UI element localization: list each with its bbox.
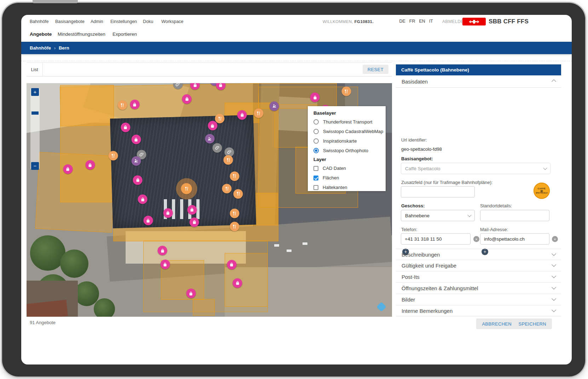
basisangebot-select[interactable]: Caffè Spettacolo bbox=[401, 163, 550, 174]
zoom-slider-handle[interactable] bbox=[31, 111, 39, 115]
accordion-interne-bemerkungen[interactable]: Interne Bemerkungen bbox=[396, 305, 561, 316]
chevron-down-icon bbox=[552, 285, 556, 289]
lang-de[interactable]: DE bbox=[399, 19, 405, 24]
map-marker-shop[interactable] bbox=[208, 121, 217, 131]
map-marker-shop[interactable] bbox=[227, 260, 236, 269]
map-marker-shop[interactable] bbox=[182, 94, 192, 104]
lang-en[interactable]: EN bbox=[419, 19, 425, 24]
map-marker-shop[interactable] bbox=[186, 289, 196, 298]
map-canvas[interactable]: + − Baselayer Thunderforest Transport Sw… bbox=[27, 83, 392, 317]
map-marker-shop[interactable] bbox=[121, 122, 130, 132]
map-marker-shop[interactable] bbox=[163, 208, 173, 218]
map-marker-shop[interactable] bbox=[133, 175, 143, 185]
checkbox-icon[interactable] bbox=[313, 166, 318, 171]
map-marker-shop[interactable] bbox=[237, 110, 247, 120]
zoom-slider-track[interactable] bbox=[30, 89, 40, 169]
geschoss-select[interactable]: Bahnebene bbox=[401, 210, 475, 221]
map-marker-restaurant[interactable] bbox=[117, 101, 127, 110]
map-marker-attachment[interactable] bbox=[173, 83, 183, 89]
list-tab[interactable]: List bbox=[27, 63, 43, 76]
zoom-out-button[interactable]: − bbox=[31, 162, 39, 170]
map-marker-service[interactable] bbox=[131, 156, 141, 166]
map-marker-shop[interactable] bbox=[160, 260, 170, 269]
map-marker-shop[interactable] bbox=[190, 83, 200, 90]
map-marker-restaurant[interactable] bbox=[215, 114, 225, 124]
map-marker-shop[interactable] bbox=[321, 105, 330, 115]
layer-option-haltekanten[interactable]: Haltekanten bbox=[313, 183, 386, 192]
tab-mindestoeffnungszeiten[interactable]: Mindestöffnungszeiten bbox=[58, 31, 105, 37]
device-frame-tab bbox=[33, 0, 78, 3]
map-marker-service[interactable] bbox=[205, 134, 214, 144]
map-marker-restaurant[interactable] bbox=[230, 209, 239, 218]
map-marker-restaurant[interactable] bbox=[341, 87, 351, 96]
map-marker-shop[interactable] bbox=[158, 246, 167, 255]
nav-item-doku[interactable]: Doku bbox=[143, 19, 153, 24]
accordion-bilder[interactable]: Bilder bbox=[396, 294, 561, 305]
sbb-logo-text: SBB CFF FFS bbox=[489, 18, 529, 25]
map-marker-restaurant[interactable] bbox=[230, 222, 239, 231]
layer-option-flaechen[interactable]: Flächen bbox=[313, 173, 386, 183]
save-button[interactable]: SPEICHERN bbox=[513, 318, 552, 329]
cancel-button[interactable]: ABBRECHEN bbox=[476, 318, 517, 329]
map-marker-attachment[interactable] bbox=[213, 143, 222, 153]
zoom-in-button[interactable]: + bbox=[31, 88, 39, 96]
nav-item-workspace[interactable]: Workspace bbox=[161, 19, 183, 24]
radio-icon[interactable] bbox=[313, 138, 319, 144]
map-marker-shop[interactable] bbox=[233, 278, 242, 288]
baselayer-option-inspirationskarte[interactable]: Inspirationskarte bbox=[313, 136, 386, 146]
zusatzfeld-input[interactable] bbox=[401, 186, 475, 197]
lang-it[interactable]: IT bbox=[429, 19, 433, 24]
standortdetails-input[interactable] bbox=[480, 210, 549, 221]
accordion-gueltigkeit[interactable]: Gültigkeit und Freigabe bbox=[396, 260, 561, 271]
nav-item-admin[interactable]: Admin bbox=[91, 19, 103, 24]
map-marker-service[interactable] bbox=[270, 101, 279, 111]
accordion-oeffnungszeiten[interactable]: Öffnungszeiten & Zahlungsmittel bbox=[396, 283, 561, 294]
map-marker-restaurant[interactable] bbox=[230, 171, 239, 181]
breadcrumb-root[interactable]: Bahnhöfe bbox=[30, 45, 51, 51]
nav-item-einstellungen[interactable]: Einstellungen bbox=[110, 19, 137, 24]
map-marker-shop[interactable] bbox=[190, 217, 199, 227]
tab-exportieren[interactable]: Exportieren bbox=[113, 31, 137, 37]
map-marker-restaurant[interactable] bbox=[224, 155, 233, 165]
map-marker-shop[interactable] bbox=[138, 195, 148, 204]
map-tree bbox=[94, 298, 115, 317]
baselayer-option-cadastral[interactable]: Swisstopo CadastralWebMap bbox=[313, 127, 386, 136]
checkbox-icon[interactable] bbox=[313, 185, 318, 190]
map-marker-shop[interactable] bbox=[143, 216, 153, 225]
tab-angebote[interactable]: Angebote bbox=[30, 31, 52, 37]
map-marker-restaurant[interactable] bbox=[222, 184, 232, 194]
nav-item-bahnhoefe[interactable]: Bahnhöfe bbox=[30, 19, 49, 24]
clear-mail-button[interactable]: × bbox=[552, 236, 558, 242]
baselayer-option-thunderforest[interactable]: Thunderforest Transport bbox=[313, 117, 386, 127]
chevron-up-icon bbox=[552, 79, 556, 84]
mail-input[interactable] bbox=[480, 233, 549, 245]
accordion-post-its[interactable]: Post-Its bbox=[396, 271, 561, 283]
map-marker-shop[interactable] bbox=[63, 164, 73, 174]
lang-fr[interactable]: FR bbox=[409, 19, 415, 24]
accordion-beschreibungen[interactable]: Beschreibungen bbox=[396, 249, 561, 260]
map-marker-restaurant[interactable] bbox=[234, 189, 243, 199]
map-marker-shop[interactable] bbox=[85, 160, 95, 170]
map-tree bbox=[74, 281, 99, 306]
map-marker-shop[interactable] bbox=[131, 135, 141, 144]
radio-icon[interactable] bbox=[313, 148, 319, 153]
layer-option-cad-daten[interactable]: CAD Daten bbox=[313, 163, 386, 173]
map-marker-shop[interactable] bbox=[216, 83, 225, 90]
radio-icon[interactable] bbox=[313, 129, 319, 134]
map-marker-restaurant[interactable] bbox=[254, 109, 263, 118]
map-marker-restaurant[interactable] bbox=[108, 151, 118, 161]
map-marker-shop[interactable] bbox=[310, 93, 320, 102]
breadcrumb-separator: › bbox=[54, 46, 56, 51]
map-marker-shop[interactable] bbox=[130, 100, 139, 109]
map-marker-restaurant-selected[interactable] bbox=[181, 183, 192, 194]
radio-icon[interactable] bbox=[313, 119, 319, 125]
telefon-input[interactable] bbox=[401, 233, 471, 245]
map-marker-shop[interactable] bbox=[187, 205, 197, 214]
language-switcher: DEFRENIT bbox=[395, 19, 433, 24]
reset-button[interactable]: RESET bbox=[363, 65, 388, 74]
clear-telefon-button[interactable]: × bbox=[473, 236, 479, 242]
baselayer-option-orthophoto[interactable]: Swisstopo Orthophoto bbox=[313, 146, 386, 155]
accordion-basisdaten[interactable]: Basisdaten bbox=[396, 75, 561, 88]
checkbox-icon[interactable] bbox=[313, 176, 318, 180]
nav-item-basisangebote[interactable]: Basisangebote bbox=[55, 19, 85, 24]
